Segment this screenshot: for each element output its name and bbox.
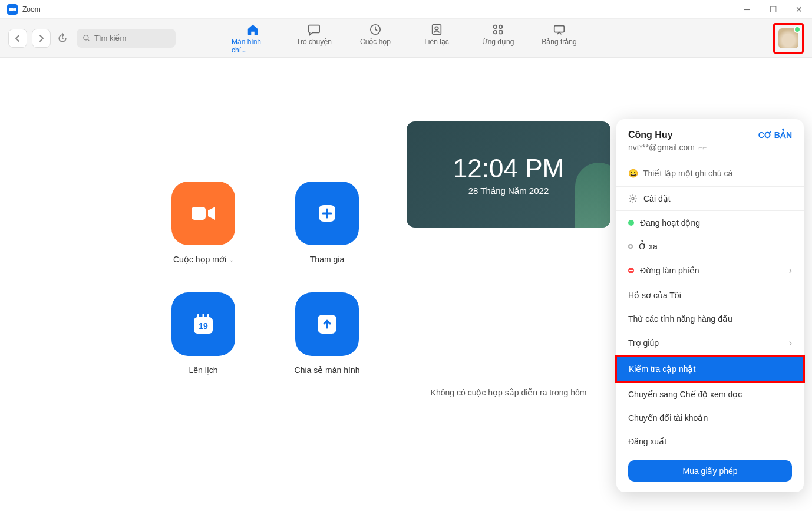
- set-personal-note[interactable]: 😀 Thiết lập một ghi chú cá: [616, 160, 804, 186]
- gear-icon: [628, 194, 638, 203]
- new-meeting-button[interactable]: [171, 182, 235, 245]
- menu-label: Đăng xuất: [628, 437, 666, 446]
- window-title: Zoom: [22, 5, 41, 14]
- tab-apps[interactable]: Ứng dụng: [477, 22, 519, 54]
- share-label: Chia sẻ màn hình: [295, 365, 360, 375]
- menu-try-features[interactable]: Thử các tính năng hàng đầu: [616, 307, 804, 331]
- svg-point-6: [494, 30, 497, 34]
- tab-meetings[interactable]: Cuộc họp: [354, 22, 397, 54]
- schedule-button[interactable]: 19: [171, 292, 235, 356]
- menu-label: Thử các tính năng hàng đầu: [628, 314, 732, 324]
- menu-switch-portrait[interactable]: Chuyển sang Chế độ xem dọc: [616, 383, 804, 406]
- menu-signout[interactable]: Đăng xuất: [616, 430, 804, 453]
- no-upcoming-text: Không có cuộc họp sắp diễn ra trong hôm: [407, 388, 610, 397]
- svg-rect-13: [203, 314, 204, 319]
- svg-text:19: 19: [199, 321, 208, 331]
- join-label: Tham gia: [310, 255, 344, 264]
- svg-rect-12: [197, 314, 199, 319]
- svg-rect-14: [207, 314, 209, 319]
- status-indicator-icon: [794, 26, 801, 33]
- status-dnd-icon: [628, 268, 634, 273]
- menu-check-update[interactable]: Kiểm tra cập nhật: [617, 357, 803, 381]
- svg-rect-2: [433, 24, 441, 34]
- tab-label: Bảng trắng: [542, 38, 576, 46]
- tab-whiteboard[interactable]: Bảng trắng: [538, 22, 580, 54]
- profile-email: nvt***@gmail.com: [628, 143, 695, 152]
- note-label: Thiết lập một ghi chú cá: [643, 169, 732, 178]
- menu-status-dnd[interactable]: Đừng làm phiền ›: [616, 258, 804, 283]
- menu-my-profile[interactable]: Hồ sơ của Tôi: [616, 283, 804, 307]
- menu-help[interactable]: Trợ giúp ›: [616, 331, 804, 355]
- share-screen-button[interactable]: [295, 292, 359, 356]
- smiley-icon: 😀: [628, 169, 638, 178]
- svg-rect-8: [554, 25, 565, 32]
- main-area: Cuộc họp mới ⌵ Tham gia 19 Lên lịch Chia…: [0, 58, 812, 398]
- minimize-button[interactable]: ─: [741, 5, 753, 14]
- chevron-right-icon: ›: [789, 265, 792, 276]
- menu-settings[interactable]: Cài đặt: [616, 187, 804, 210]
- zoom-logo-icon: [7, 4, 18, 15]
- svg-rect-9: [192, 207, 206, 220]
- buy-license-button[interactable]: Mua giấy phép: [628, 460, 792, 482]
- clock-date: 28 Tháng Năm 2022: [468, 186, 549, 196]
- search-icon: [82, 34, 91, 42]
- clock-time: 12:04 PM: [453, 154, 564, 183]
- tab-contacts[interactable]: Liên lạc: [415, 22, 458, 54]
- top-toolbar: Màn hình chí... Trò chuyện Cuộc họp Liên…: [0, 19, 812, 58]
- time-card: 12:04 PM 28 Tháng Năm 2022: [407, 121, 610, 228]
- menu-switch-account[interactable]: Chuyển đổi tài khoản: [616, 406, 804, 430]
- status-away-icon: [628, 244, 633, 249]
- svg-point-0: [84, 35, 88, 39]
- close-button[interactable]: ✕: [793, 5, 805, 14]
- search-box[interactable]: [77, 29, 176, 48]
- search-input[interactable]: [94, 34, 170, 42]
- tab-label: Màn hình chí...: [232, 38, 274, 54]
- tab-home[interactable]: Màn hình chí...: [232, 22, 274, 54]
- menu-status-active[interactable]: Đang hoạt động: [616, 211, 804, 235]
- join-button[interactable]: [295, 182, 359, 245]
- menu-label: Hồ sơ của Tôi: [628, 291, 681, 300]
- menu-label: Chuyển sang Chế độ xem dọc: [628, 390, 742, 399]
- svg-point-17: [632, 197, 634, 200]
- window-titlebar: Zoom ─ ☐ ✕: [0, 0, 812, 19]
- svg-point-5: [499, 25, 503, 28]
- svg-rect-7: [499, 30, 503, 34]
- nav-back-button[interactable]: [8, 29, 27, 48]
- tab-label: Cuộc họp: [360, 38, 391, 46]
- menu-label: Trợ giúp: [628, 338, 659, 348]
- menu-status-away[interactable]: Ở xa: [616, 235, 804, 258]
- svg-point-3: [435, 27, 438, 30]
- tab-label: Ứng dụng: [482, 38, 514, 46]
- history-button[interactable]: [53, 29, 72, 48]
- whiteboard-icon: [552, 22, 566, 37]
- new-meeting-label: Cuộc họp mới: [173, 255, 226, 264]
- tab-label: Trò chuyện: [296, 38, 332, 46]
- chevron-down-icon[interactable]: ⌵: [230, 256, 233, 263]
- tab-label: Liên lạc: [424, 38, 449, 46]
- clock-icon: [368, 22, 382, 37]
- profile-avatar-button[interactable]: [773, 23, 804, 54]
- profile-dropdown: Công Huy CƠ BẢN nvt***@gmail.com ⌐⌐ 😀 Th…: [616, 119, 804, 492]
- chat-icon: [307, 22, 321, 37]
- menu-label: Đừng làm phiền: [640, 266, 699, 275]
- menu-label: Kiểm tra cập nhật: [629, 364, 695, 374]
- tab-chat[interactable]: Trò chuyện: [293, 22, 335, 54]
- eye-closed-icon[interactable]: ⌐⌐: [698, 143, 707, 151]
- menu-label: Cài đặt: [643, 194, 671, 203]
- home-icon: [246, 22, 260, 37]
- nav-forward-button[interactable]: [32, 29, 51, 48]
- menu-label: Ở xa: [639, 242, 658, 251]
- chevron-right-icon: ›: [789, 338, 792, 348]
- buy-label: Mua giấy phép: [682, 466, 737, 476]
- apps-icon: [491, 22, 505, 37]
- menu-label: Đang hoạt động: [640, 218, 700, 228]
- profile-plan-badge: CƠ BẢN: [758, 130, 792, 140]
- maximize-button[interactable]: ☐: [767, 5, 779, 14]
- schedule-label: Lên lịch: [189, 365, 217, 375]
- status-active-icon: [628, 220, 634, 226]
- profile-name: Công Huy: [628, 130, 673, 140]
- contacts-icon: [430, 22, 444, 37]
- svg-point-4: [494, 25, 497, 28]
- menu-label: Chuyển đổi tài khoản: [628, 413, 708, 423]
